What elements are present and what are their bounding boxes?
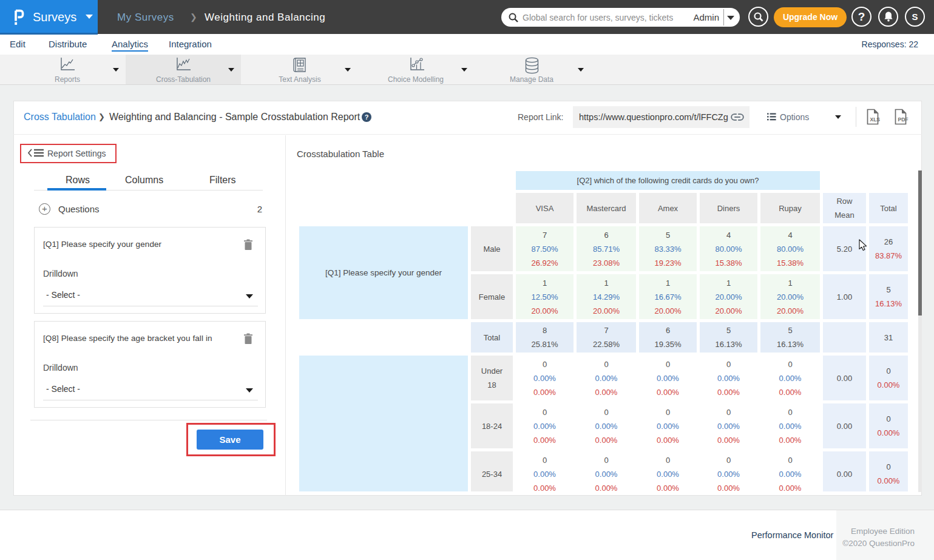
- svg-text:XLS: XLS: [870, 116, 881, 123]
- svg-text:PDF: PDF: [898, 116, 909, 123]
